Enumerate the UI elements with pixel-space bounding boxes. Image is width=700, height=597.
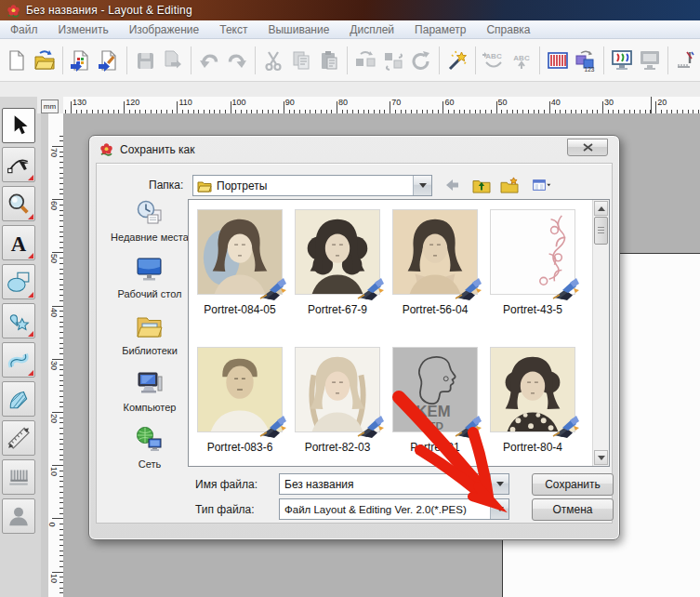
place-network[interactable]: Сеть xyxy=(108,426,192,471)
file-item[interactable]: KEM LTD Portret-81 xyxy=(390,347,480,454)
shape-oval-tool[interactable] xyxy=(2,264,35,299)
place-recent-places[interactable]: Недавние места xyxy=(108,199,192,244)
toolbar-separator xyxy=(539,46,540,74)
app-flower-icon xyxy=(7,4,20,18)
fan-shape-tool[interactable] xyxy=(2,381,35,417)
menu-справка[interactable]: Справка xyxy=(476,20,540,38)
folder-dropdown-button[interactable] xyxy=(413,176,431,195)
thread-palette-icon[interactable] xyxy=(545,46,571,74)
file-name: Portret-084-05 xyxy=(195,303,284,316)
pes-bird-icon xyxy=(258,276,288,300)
h-ruler-label: 110 xyxy=(178,98,192,107)
toolbar-separator xyxy=(255,46,256,74)
sewing-order-icon[interactable]: 123 xyxy=(573,46,599,74)
ruler-tick xyxy=(71,101,72,113)
stitch-simulator-icon[interactable] xyxy=(673,46,699,74)
save-button[interactable]: Сохранить xyxy=(532,473,614,496)
file-item[interactable]: Portret-67-9 xyxy=(293,209,382,316)
layout-and-editing-window: Без названия - Layout & Editing ФайлИзме… xyxy=(0,0,700,597)
file-name-label: Имя файла: xyxy=(195,478,258,491)
redo-icon xyxy=(224,46,250,74)
zoom-tool[interactable] xyxy=(2,186,35,221)
ruler-tick xyxy=(442,101,443,113)
toolbar-separator xyxy=(475,46,476,74)
h-ruler-label: 130 xyxy=(73,98,86,107)
place-label: Библиотеки xyxy=(122,345,178,357)
menu-дисплей[interactable]: Дисплей xyxy=(339,20,404,38)
file-type-dropdown-button[interactable] xyxy=(490,499,508,519)
file-item[interactable]: Portret-084-05 xyxy=(195,209,284,316)
folder-combobox[interactable]: Портреты xyxy=(192,175,432,196)
chevron-down-icon xyxy=(496,507,504,511)
arrow-up-icon xyxy=(598,206,605,211)
file-item[interactable]: Portret-82-03 xyxy=(293,347,382,454)
menu-параметр[interactable]: Параметр xyxy=(404,20,476,38)
network-icon xyxy=(136,426,164,457)
import-image-icon[interactable] xyxy=(96,46,122,74)
pes-bird-icon xyxy=(356,414,386,438)
place-desktop[interactable]: Рабочий стол xyxy=(108,256,192,300)
scroll-thumb[interactable] xyxy=(594,217,608,245)
file-item[interactable]: Portret-80-4 xyxy=(488,347,577,454)
dialog-titlebar[interactable]: Сохранить как xyxy=(89,136,619,163)
file-item[interactable]: Portret-083-6 xyxy=(195,347,284,454)
ruler-tick xyxy=(124,101,125,113)
menu-вышивание[interactable]: Вышивание xyxy=(258,20,339,38)
ruler-tick xyxy=(231,101,231,113)
up-one-level-button[interactable] xyxy=(470,175,493,195)
place-libraries[interactable]: Библиотеки xyxy=(108,312,192,357)
flip-vertical-icon xyxy=(380,46,406,74)
svg-text:123: 123 xyxy=(585,66,595,72)
rotate-icon xyxy=(408,46,434,74)
tool-palette: A xyxy=(2,108,35,537)
file-item[interactable]: Portret-43-5 xyxy=(488,209,577,316)
shape-star-tool[interactable] xyxy=(2,303,35,338)
magic-wand-icon[interactable] xyxy=(444,46,470,74)
select-tool[interactable] xyxy=(2,108,35,143)
text-tool[interactable]: A xyxy=(2,225,35,260)
scrollbar[interactable] xyxy=(592,200,609,466)
dialog-nav-buttons xyxy=(442,175,558,195)
window-titlebar[interactable]: Без названия - Layout & Editing xyxy=(0,0,700,20)
chevron-down-icon xyxy=(419,183,427,188)
file-name: Portret-43-5 xyxy=(488,303,577,316)
new-folder-button[interactable] xyxy=(498,175,521,195)
file-type-combobox[interactable]: Файл Layout & Editing Ver. 2.0(*.PES) xyxy=(279,498,509,520)
h-ruler-label: 120 xyxy=(125,98,139,107)
file-name-value: Без названия xyxy=(280,478,490,491)
ruler-unit-box: mm xyxy=(41,100,59,113)
file-thumbnail-ornament xyxy=(490,209,575,295)
cancel-button[interactable]: Отмена xyxy=(532,498,614,521)
import-design-icon[interactable] xyxy=(68,46,94,74)
copy-icon xyxy=(288,46,314,74)
place-label: Рабочий стол xyxy=(117,288,181,300)
portrait-tool[interactable] xyxy=(2,498,35,534)
close-button[interactable] xyxy=(567,139,608,156)
new-document-icon[interactable] xyxy=(4,46,30,74)
place-computer[interactable]: Компьютер xyxy=(108,369,192,414)
pes-bird-icon xyxy=(454,414,483,438)
file-item[interactable]: Portret-56-04 xyxy=(390,209,480,316)
screen-preview-icon xyxy=(637,46,663,74)
menu-изображение[interactable]: Изображение xyxy=(119,20,210,38)
vertical-ruler: 70605040302010010 xyxy=(48,113,64,597)
open-folder-icon[interactable] xyxy=(32,46,58,74)
folder-icon xyxy=(197,179,212,192)
point-edit-tool[interactable] xyxy=(2,147,35,182)
v-ruler-label: 50 xyxy=(49,254,59,263)
menu-текст[interactable]: Текст xyxy=(209,20,258,38)
view-menu-button[interactable] xyxy=(526,175,558,195)
file-name-dropdown-button[interactable] xyxy=(490,474,508,494)
scroll-up-button[interactable] xyxy=(594,201,608,216)
manual-punch-tool[interactable] xyxy=(2,459,35,495)
shape-curve-tool[interactable] xyxy=(2,342,35,378)
measure-tool[interactable] xyxy=(2,420,35,456)
file-thumbnail-woman-blonde xyxy=(295,347,380,432)
menu-файл[interactable]: Файл xyxy=(0,20,48,38)
file-name-input[interactable]: Без названия xyxy=(279,473,509,495)
ruler-tick xyxy=(390,101,390,113)
realistic-preview-icon[interactable] xyxy=(609,46,635,74)
v-ruler-label: 10 xyxy=(49,467,59,476)
menu-изменить[interactable]: Изменить xyxy=(48,20,119,38)
scroll-down-button[interactable] xyxy=(594,450,608,465)
